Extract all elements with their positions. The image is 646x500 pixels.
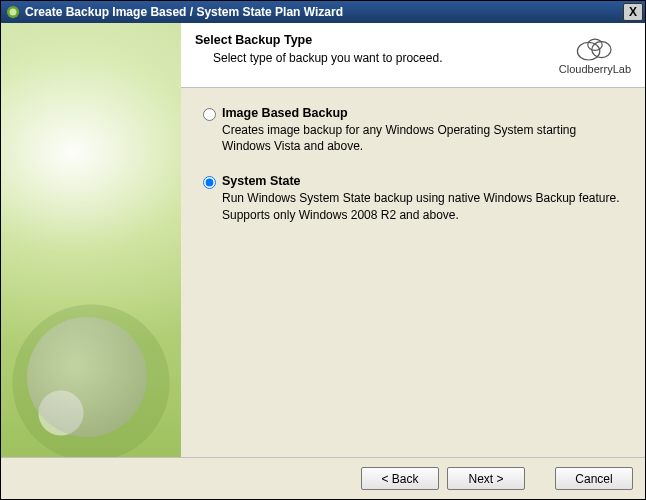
- option-image-based-label: Image Based Backup: [222, 106, 623, 120]
- wizard-content: Select Backup Type Select type of backup…: [181, 23, 645, 457]
- close-icon: X: [629, 5, 637, 19]
- page-title: Select Backup Type: [195, 33, 559, 47]
- options-area: Image Based Backup Creates image backup …: [181, 88, 645, 457]
- svg-point-2: [577, 42, 599, 60]
- option-system-state[interactable]: System State Run Windows System State ba…: [203, 174, 623, 222]
- cloud-icon: [571, 33, 619, 63]
- svg-point-4: [588, 39, 602, 50]
- wizard-window: Create Backup Image Based / System State…: [0, 0, 646, 500]
- wizard-upper: Select Backup Type Select type of backup…: [1, 23, 645, 457]
- option-system-state-desc: Run Windows System State backup using na…: [222, 190, 623, 222]
- wizard-footer: < Back Next > Cancel: [1, 457, 645, 499]
- titlebar: Create Backup Image Based / System State…: [1, 1, 645, 23]
- svg-point-1: [10, 9, 17, 16]
- radio-system-state[interactable]: [203, 176, 216, 189]
- option-image-based[interactable]: Image Based Backup Creates image backup …: [203, 106, 623, 154]
- svg-point-3: [592, 42, 611, 58]
- wizard-body: Select Backup Type Select type of backup…: [1, 23, 645, 499]
- wizard-sidebar-art: [1, 23, 181, 457]
- option-image-based-desc: Creates image backup for any Windows Ope…: [222, 122, 623, 154]
- window-title: Create Backup Image Based / System State…: [25, 5, 623, 19]
- cancel-button[interactable]: Cancel: [555, 467, 633, 490]
- wizard-header: Select Backup Type Select type of backup…: [181, 23, 645, 88]
- close-button[interactable]: X: [623, 3, 643, 21]
- option-system-state-label: System State: [222, 174, 623, 188]
- brand-logo: CloudberryLab: [559, 33, 631, 75]
- next-button[interactable]: Next >: [447, 467, 525, 490]
- app-icon: [5, 4, 21, 20]
- brand-label: CloudberryLab: [559, 63, 631, 75]
- page-subtitle: Select type of backup you want to procee…: [195, 51, 559, 65]
- radio-image-based[interactable]: [203, 108, 216, 121]
- back-button[interactable]: < Back: [361, 467, 439, 490]
